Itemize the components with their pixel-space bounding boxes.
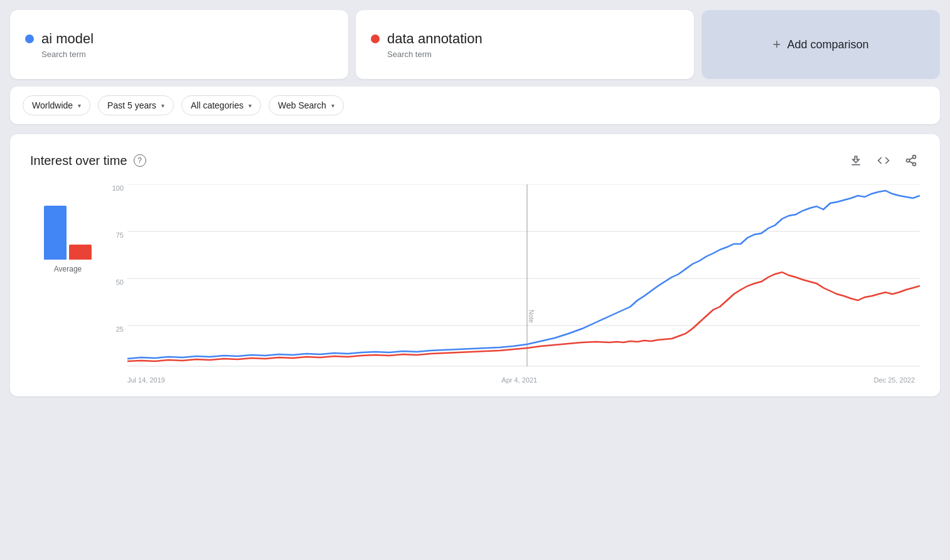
term2-card[interactable]: data annotation Search term xyxy=(356,10,694,79)
top-section: ai model Search term data annotation Sea… xyxy=(10,10,940,79)
region-chevron: ▾ xyxy=(78,102,81,109)
bar-chart xyxy=(44,184,92,260)
search-type-chevron: ▾ xyxy=(331,102,334,109)
y-label-50: 50 xyxy=(105,278,124,286)
add-comparison-label: Add comparison xyxy=(787,38,868,51)
term1-dot xyxy=(25,34,34,43)
chart-title-group: Interest over time ? xyxy=(30,154,146,168)
svg-point-2 xyxy=(907,159,910,162)
term1-header: ai model xyxy=(25,31,333,47)
chart-header: Interest over time ? xyxy=(30,152,920,169)
region-filter[interactable]: Worldwide ▾ xyxy=(23,95,90,115)
svg-text:Note: Note xyxy=(528,310,536,323)
chart-title: Interest over time xyxy=(30,154,127,168)
category-label: All categories xyxy=(191,100,243,110)
embed-button[interactable] xyxy=(875,152,892,169)
term2-header: data annotation xyxy=(371,31,679,47)
line-chart-area: 100 75 50 25 xyxy=(105,184,920,384)
term1-type: Search term xyxy=(41,50,333,59)
y-label-100: 100 xyxy=(105,184,124,192)
category-chevron: ▾ xyxy=(248,102,252,109)
download-button[interactable] xyxy=(847,152,865,169)
bar-term2 xyxy=(69,245,92,260)
y-label-75: 75 xyxy=(105,231,124,239)
red-line xyxy=(127,272,920,361)
time-period-filter[interactable]: Past 5 years ▾ xyxy=(98,95,174,115)
svg-line-4 xyxy=(909,161,913,163)
time-period-chevron: ▾ xyxy=(161,102,164,109)
y-label-25: 25 xyxy=(105,325,124,333)
chart-section: Interest over time ? xyxy=(10,134,940,396)
share-button[interactable] xyxy=(902,152,920,169)
term2-type: Search term xyxy=(387,50,679,59)
chart-actions xyxy=(847,152,920,169)
chart-svg: Note xyxy=(127,184,920,372)
time-period-label: Past 5 years xyxy=(107,100,156,110)
add-comparison-card[interactable]: + Add comparison xyxy=(702,10,940,79)
term1-name: ai model xyxy=(41,31,93,47)
svg-point-1 xyxy=(913,156,916,159)
chart-average: Average xyxy=(30,184,105,384)
average-label: Average xyxy=(54,265,82,273)
x-label-2: Apr 4, 2021 xyxy=(501,376,537,384)
region-label: Worldwide xyxy=(32,100,73,110)
blue-line xyxy=(127,191,920,359)
chart-container: Average 100 75 50 25 xyxy=(30,184,920,384)
x-label-1: Jul 14, 2019 xyxy=(127,376,165,384)
help-icon[interactable]: ? xyxy=(134,154,146,167)
term2-dot xyxy=(371,34,380,43)
x-label-3: Dec 25, 2022 xyxy=(874,376,915,384)
plus-icon: + xyxy=(773,36,781,53)
filters-section: Worldwide ▾ Past 5 years ▾ All categorie… xyxy=(10,87,940,124)
bar-term1 xyxy=(44,206,67,260)
term2-name: data annotation xyxy=(387,31,483,47)
category-filter[interactable]: All categories ▾ xyxy=(181,95,261,115)
term1-card[interactable]: ai model Search term xyxy=(10,10,348,79)
search-type-label: Web Search xyxy=(278,100,326,110)
search-type-filter[interactable]: Web Search ▾ xyxy=(269,95,344,115)
add-comparison-content: + Add comparison xyxy=(773,36,869,53)
svg-point-3 xyxy=(913,162,916,166)
svg-line-5 xyxy=(909,157,913,159)
